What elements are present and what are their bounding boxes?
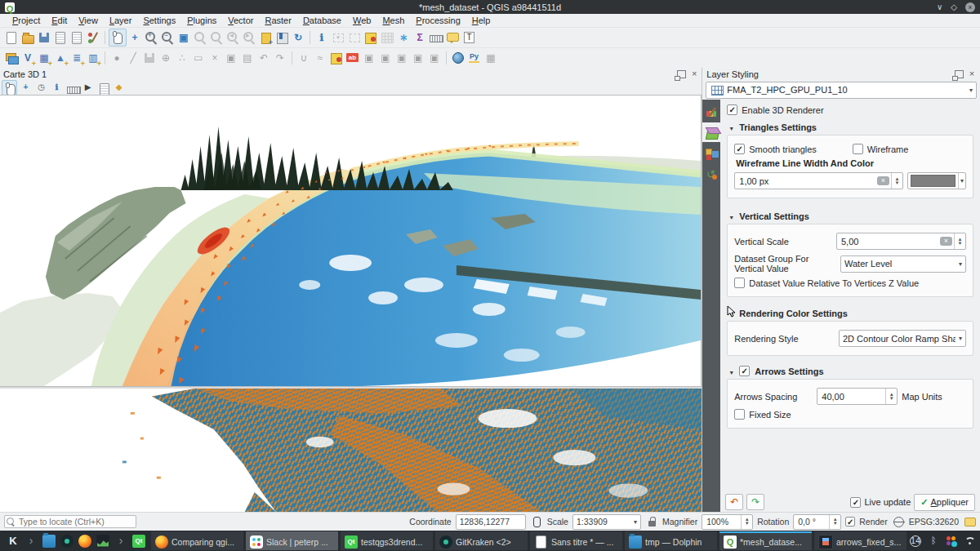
zoom-to-layer-icon[interactable] (208, 29, 225, 46)
coordinate-input[interactable]: 12836,12277 (456, 514, 526, 530)
task-gitkraken[interactable]: GitKraken <2> (435, 531, 528, 550)
menu-project[interactable]: Project (7, 16, 46, 25)
messages-icon[interactable] (963, 515, 976, 528)
zoom-last-icon[interactable]: ◂ (225, 29, 241, 46)
vertical-scale-spinner[interactable] (954, 233, 965, 249)
vertical-collapse-icon[interactable] (728, 211, 734, 221)
system-monitor-launcher-icon[interactable] (96, 535, 109, 548)
measure-3d-icon[interactable] (65, 81, 79, 95)
show-layout-manager-icon[interactable] (69, 29, 85, 46)
wireframe-checkbox[interactable] (853, 144, 863, 154)
zoom-next-icon[interactable]: ▸ (241, 29, 257, 46)
coordinate-tracking-icon[interactable] (530, 515, 543, 528)
add-feature-icon[interactable]: ⊕ (158, 50, 174, 66)
close-panel-icon[interactable] (690, 70, 698, 78)
move-label-icon[interactable]: ▣ (394, 50, 410, 66)
style-redo-button[interactable]: ↷ (746, 494, 764, 510)
kde-menu-icon[interactable] (7, 535, 20, 548)
identify-features-icon[interactable]: ℹ (314, 29, 330, 46)
crs-globe-icon[interactable] (892, 515, 905, 528)
camera-zoom-icon[interactable]: + (19, 81, 33, 95)
layer-labeling-icon[interactable] (328, 50, 345, 66)
label-highlight-icon[interactable] (345, 50, 361, 66)
map-canvas-2d[interactable] (0, 387, 702, 512)
new-print-layout-icon[interactable] (52, 29, 69, 46)
crs-value[interactable]: EPSG:32620 (909, 517, 959, 527)
add-raster-layer-icon[interactable]: ▦ (36, 50, 52, 66)
show-pinned-labels-icon[interactable]: ▣ (377, 50, 394, 66)
zoom-full-icon[interactable]: ▣ (176, 29, 192, 46)
live-update-checkbox[interactable] (850, 497, 861, 508)
add-delimited-text-icon[interactable]: ≣ (69, 50, 85, 66)
delete-selected-icon[interactable]: ▭ (190, 50, 207, 66)
select-features-icon[interactable]: ▾ (330, 29, 346, 46)
manage-plugins-icon[interactable]: ▦ (483, 50, 499, 66)
wireframe-width-spinner[interactable] (891, 173, 902, 189)
render-checkbox[interactable] (845, 517, 855, 527)
rotate-label-icon[interactable]: ▣ (410, 50, 426, 66)
smooth-triangles-checkbox[interactable] (734, 144, 745, 154)
relative-z-checkbox[interactable] (734, 278, 745, 288)
gitkraken-launcher-icon[interactable] (60, 535, 74, 548)
identify-3d-icon[interactable]: ℹ (50, 81, 64, 95)
task-qgis[interactable]: *mesh_datase... (719, 531, 812, 550)
layer-select-combo[interactable]: FMA_T2_HPC_GPU_PU1_10 (706, 82, 977, 99)
task-firefox[interactable]: Comparing qgi... (151, 531, 243, 550)
magnifier-spinner[interactable] (741, 515, 752, 529)
add-virtual-layer-icon[interactable]: ▥ (85, 50, 101, 66)
firefox-launcher-icon[interactable] (78, 535, 91, 548)
redo-icon[interactable]: ↷ (272, 50, 288, 66)
new-project-icon[interactable] (3, 29, 20, 46)
files-launcher-icon[interactable] (42, 535, 56, 548)
updates-tray-icon[interactable]: 14 (909, 535, 922, 548)
pin-labels-icon[interactable]: ▣ (361, 50, 377, 66)
vertex-tool-icon[interactable]: ∴ (174, 50, 190, 66)
clear-field-icon[interactable] (940, 237, 952, 246)
close-styling-icon[interactable] (968, 70, 976, 78)
text-annotation-icon[interactable]: ▾ (461, 29, 477, 46)
temporal-controller-icon[interactable]: ∗ (395, 29, 412, 46)
cut-features-icon[interactable]: × (207, 50, 223, 66)
save-project-icon[interactable] (36, 29, 52, 46)
undo-icon[interactable]: ↶ (256, 50, 272, 66)
wireframe-width-input[interactable]: 1,00 px (734, 172, 903, 189)
task-qtcreator[interactable]: testqgs3drend... (341, 531, 433, 550)
menu-help[interactable]: Help (466, 16, 497, 25)
arrows-settings-checkbox[interactable] (739, 366, 750, 376)
locate-input[interactable] (4, 515, 136, 528)
select-by-location-icon[interactable] (363, 29, 379, 46)
style-undo-button[interactable]: ↶ (725, 494, 743, 510)
dataset-group-combo[interactable]: Water Level (840, 256, 966, 273)
play-animation-icon[interactable]: ▶ (81, 81, 95, 95)
wireframe-color-button[interactable] (907, 172, 966, 189)
network-tray-icon[interactable] (963, 535, 976, 548)
metasearch-icon[interactable] (450, 50, 466, 66)
style-manager-icon[interactable] (85, 29, 101, 46)
animation-clock-icon[interactable]: ◷ (34, 81, 48, 95)
arrows-spacing-input[interactable]: 40,00 (817, 388, 898, 405)
menu-processing[interactable]: Processing (410, 16, 466, 25)
save-edits-icon[interactable] (141, 50, 158, 66)
paste-features-icon[interactable]: ▤ (239, 50, 256, 66)
menu-vector[interactable]: Vector (222, 16, 259, 25)
configure-3d-icon[interactable]: ◆ (112, 81, 126, 95)
zoom-in-icon[interactable]: + (143, 29, 159, 46)
task-slack[interactable]: Slack | peterp ... (246, 531, 338, 550)
triangles-collapse-icon[interactable] (728, 122, 734, 132)
current-edits-icon[interactable]: ● (109, 50, 125, 66)
show-bookmarks-icon[interactable] (274, 29, 290, 46)
add-vector-layer-icon[interactable]: V (20, 50, 36, 66)
arrows-spacing-spinner[interactable] (885, 389, 897, 404)
measure-icon[interactable]: ▾ (428, 29, 444, 46)
launcher-expander2-icon[interactable] (114, 535, 127, 548)
3d-view-tab-icon[interactable] (702, 122, 720, 142)
lock-scale-icon[interactable] (645, 515, 658, 528)
copy-features-icon[interactable]: ▣ (223, 50, 239, 66)
qtcreator-launcher-icon[interactable] (132, 535, 145, 548)
python-console-icon[interactable] (466, 50, 483, 66)
menu-web[interactable]: Web (347, 16, 376, 25)
task-editor[interactable]: Sans titre * — ... (530, 531, 622, 550)
rotation-spinner[interactable] (829, 515, 840, 529)
vertical-scale-input[interactable]: 5,00 (836, 233, 966, 250)
labels-tab-icon[interactable] (702, 143, 720, 162)
